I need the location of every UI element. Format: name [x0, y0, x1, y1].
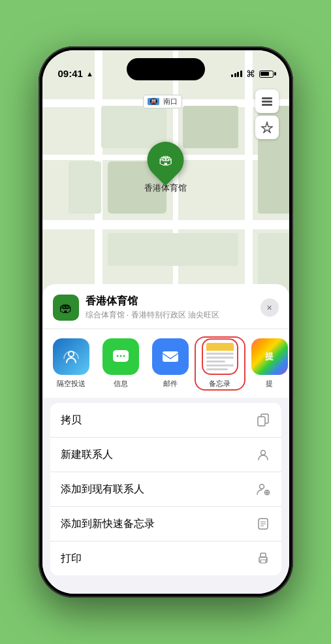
svg-rect-22	[260, 560, 266, 563]
action-new-contact-label: 新建联系人	[61, 448, 113, 462]
share-item-messages[interactable]: 信息	[97, 338, 144, 389]
phone-screen: 09:41 ▲ ⌘	[42, 50, 289, 594]
location-info: 香港体育馆 综合体育馆 · 香港特别行政区 油尖旺区	[86, 295, 254, 321]
signal-icon	[231, 71, 242, 77]
action-list: 拷贝 新建联系人	[50, 403, 281, 575]
battery-icon	[259, 71, 274, 78]
more-icon: 提	[251, 338, 288, 375]
status-time: 09:41 ▲	[58, 68, 93, 79]
svg-point-7	[123, 355, 125, 357]
svg-rect-10	[258, 417, 265, 426]
action-print-label: 打印	[61, 552, 82, 566]
stadium-pin: 🏟	[140, 134, 191, 185]
share-item-airdrop[interactable]: 隔空投送	[48, 338, 95, 389]
svg-rect-2	[262, 104, 272, 106]
print-icon	[255, 551, 271, 566]
notes-label: 备忘录	[209, 379, 230, 389]
map-controls	[255, 89, 279, 142]
mail-label: 邮件	[163, 379, 178, 389]
action-add-existing-label: 添加到现有联系人	[61, 483, 144, 496]
person-icon	[255, 447, 271, 462]
close-button[interactable]: ×	[260, 298, 279, 317]
svg-point-6	[119, 355, 121, 357]
share-item-notes[interactable]: 备忘录	[197, 338, 244, 389]
share-item-more[interactable]: 提 提	[246, 338, 289, 389]
svg-point-11	[260, 451, 265, 455]
svg-point-5	[116, 355, 118, 357]
svg-rect-0	[262, 97, 272, 99]
stadium-marker[interactable]: 🏟 香港体育馆	[144, 142, 187, 194]
share-row: 隔空投送 信息	[42, 329, 289, 398]
mail-icon	[152, 338, 189, 375]
wifi-icon: ⌘	[246, 69, 255, 79]
notes-icon	[202, 338, 238, 375]
svg-rect-1	[262, 101, 272, 103]
location-header: 🏟 香港体育馆 综合体育馆 · 香港特别行政区 油尖旺区 ×	[42, 284, 289, 329]
location-button[interactable]	[255, 116, 279, 139]
svg-point-23	[266, 558, 267, 560]
airdrop-label: 隔空投送	[57, 379, 86, 389]
phone-frame: 09:41 ▲ ⌘	[39, 46, 293, 598]
map-label: 🚇 南口	[143, 95, 182, 108]
svg-point-12	[259, 485, 264, 489]
location-subtitle: 综合体育馆 · 香港特别行政区 油尖旺区	[86, 310, 254, 321]
svg-rect-8	[163, 351, 178, 362]
messages-label: 信息	[114, 379, 128, 389]
person-add-icon	[255, 481, 271, 497]
location-arrow-icon: ▲	[86, 70, 93, 78]
more-label: 提	[266, 379, 273, 389]
action-add-existing-contact[interactable]: 添加到现有联系人	[50, 472, 281, 507]
share-item-mail[interactable]: 邮件	[147, 338, 194, 389]
bottom-sheet: 🏟 香港体育馆 综合体育馆 · 香港特别行政区 油尖旺区 ×	[42, 284, 289, 594]
action-print[interactable]: 打印	[50, 541, 281, 575]
action-new-contact[interactable]: 新建联系人	[50, 438, 281, 472]
copy-icon	[255, 412, 271, 428]
dynamic-island	[127, 58, 205, 80]
svg-point-3	[69, 351, 74, 357]
svg-rect-21	[260, 553, 266, 557]
location-name: 香港体育馆	[86, 295, 254, 308]
airdrop-icon	[53, 338, 89, 375]
action-quick-note-label: 添加到新快速备忘录	[61, 517, 155, 531]
messages-icon	[102, 338, 139, 375]
note-icon	[255, 516, 271, 532]
map-layers-button[interactable]	[255, 89, 279, 113]
action-copy[interactable]: 拷贝	[50, 403, 281, 438]
action-add-quick-note[interactable]: 添加到新快速备忘录	[50, 507, 281, 541]
status-icons: ⌘	[231, 69, 274, 79]
action-copy-label: 拷贝	[61, 413, 82, 427]
location-venue-icon: 🏟	[53, 295, 79, 321]
map-area[interactable]: 🚇 南口	[42, 50, 289, 325]
